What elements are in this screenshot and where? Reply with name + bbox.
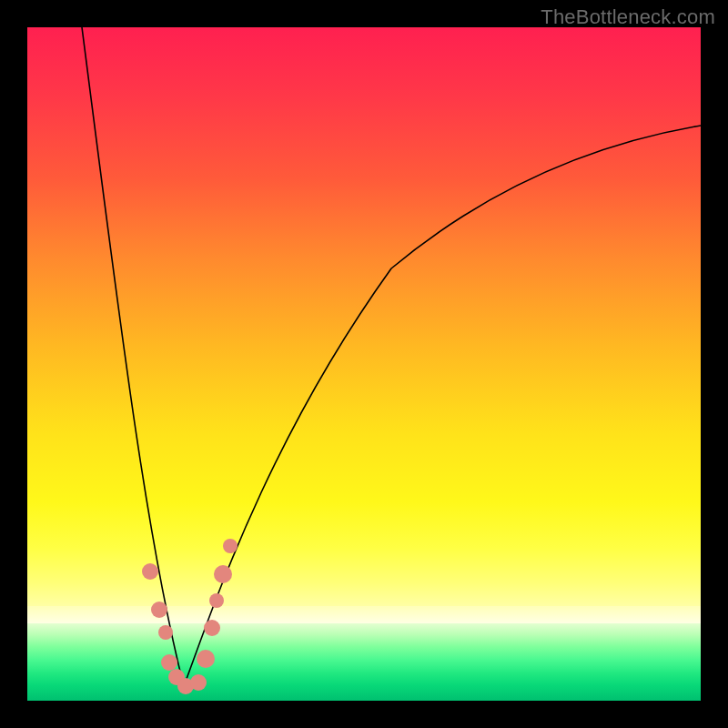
bottleneck-curve (82, 27, 701, 686)
marker-dot (190, 674, 207, 691)
watermark-text: TheBottleneck.com (541, 5, 715, 29)
marker-dot (151, 602, 167, 618)
marker-dot (161, 654, 177, 671)
plot-area (27, 27, 701, 701)
chart-svg (27, 27, 701, 701)
outer-frame: TheBottleneck.com (0, 0, 728, 728)
marker-dot (158, 625, 173, 640)
marker-dot (197, 650, 215, 668)
marker-dot (142, 563, 158, 580)
marker-dot (204, 620, 220, 636)
marker-dot (214, 565, 232, 583)
marker-dot (223, 539, 238, 553)
marker-dot (209, 593, 224, 608)
